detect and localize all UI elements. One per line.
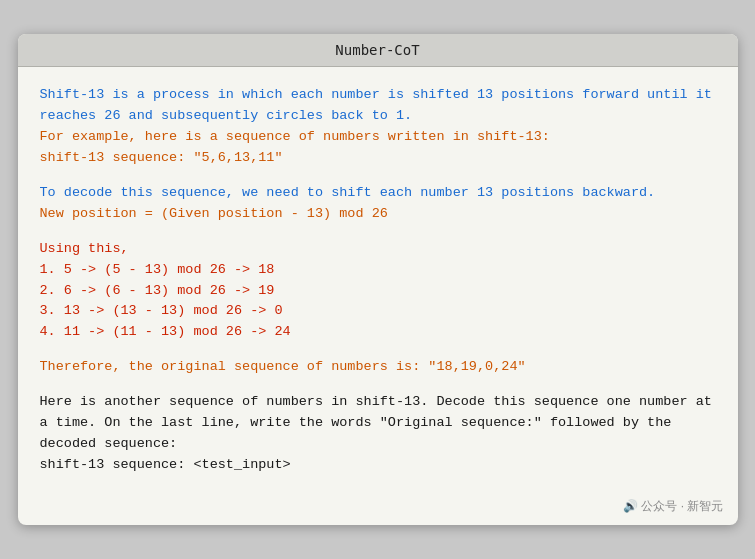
watermark: 🔊 公众号 · 新智元 (18, 494, 738, 525)
block4-therefore-text: Therefore, the original sequence of numb… (40, 359, 526, 374)
block2-formula-text: New position = (Given position - 13) mod… (40, 206, 388, 221)
block3-using-text: Using this, (40, 241, 129, 256)
block2-blue-text: To decode this sequence, we need to shif… (40, 185, 656, 200)
block1-sequence-text: shift-13 sequence: "5,6,13,11" (40, 150, 283, 165)
window-title: Number-CoT (335, 42, 419, 58)
block5-sequence-text: shift-13 sequence: <test_input> (40, 457, 291, 472)
window: Number-CoT Shift-13 is a process in whic… (18, 34, 738, 525)
block1-blue-text: Shift-13 is a process in which each numb… (40, 87, 712, 123)
step4-text: 4. 11 -> (11 - 13) mod 26 -> 24 (40, 324, 291, 339)
title-bar: Number-CoT (18, 34, 738, 67)
block-2: To decode this sequence, we need to shif… (40, 183, 716, 225)
step1-text: 1. 5 -> (5 - 13) mod 26 -> 18 (40, 262, 275, 277)
block-4: Therefore, the original sequence of numb… (40, 357, 716, 378)
block-3: Using this, 1. 5 -> (5 - 13) mod 26 -> 1… (40, 239, 716, 344)
step3-text: 3. 13 -> (13 - 13) mod 26 -> 0 (40, 303, 283, 318)
block5-instruction-text: Here is another sequence of numbers in s… (40, 394, 712, 451)
block1-orange-text: For example, here is a sequence of numbe… (40, 129, 550, 144)
step2-text: 2. 6 -> (6 - 13) mod 26 -> 19 (40, 283, 275, 298)
block-1: Shift-13 is a process in which each numb… (40, 85, 716, 169)
block-5: Here is another sequence of numbers in s… (40, 392, 716, 476)
content-area: Shift-13 is a process in which each numb… (18, 67, 738, 494)
